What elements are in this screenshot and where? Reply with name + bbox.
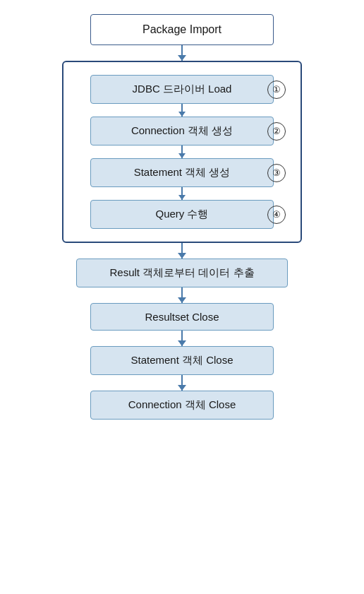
- arrow-7: [181, 375, 183, 391]
- step8-label: Connection 객체 Close: [128, 398, 236, 410]
- step6-box: Resultset Close: [90, 303, 274, 331]
- step4-num: ④: [267, 206, 286, 224]
- step1-box: JDBC 드라이버 Load: [90, 75, 274, 104]
- step1-num: ①: [267, 81, 286, 99]
- step7-box: Statement 객체 Close: [90, 346, 274, 375]
- step5-box: Result 객체로부터 데이터 추출: [76, 259, 288, 287]
- step2-num: ②: [267, 122, 286, 141]
- package-import-box: Package Import: [90, 14, 274, 45]
- step4-box: Query 수행: [90, 200, 274, 229]
- step3-num: ③: [267, 164, 286, 182]
- step-row-1: JDBC 드라이버 Load ①: [78, 75, 286, 104]
- inner-arrow-3: [181, 187, 183, 200]
- step3-box: Statement 객체 생성: [90, 158, 274, 187]
- arrow-5: [181, 287, 183, 303]
- grouped-section: JDBC 드라이버 Load ① Connection 객체 생성 ② Stat…: [62, 61, 302, 243]
- step1-circle: ①: [267, 81, 286, 99]
- step2-label: Connection 객체 생성: [131, 124, 233, 136]
- step-row-2: Connection 객체 생성 ②: [78, 117, 286, 145]
- step3-label: Statement 객체 생성: [134, 166, 231, 178]
- step8-box: Connection 객체 Close: [90, 391, 274, 420]
- arrow-6: [181, 331, 183, 346]
- step4-label: Query 수행: [155, 208, 208, 220]
- step4-circle: ④: [267, 206, 286, 224]
- diagram: Package Import JDBC 드라이버 Load ① Connecti…: [34, 14, 330, 420]
- step2-box: Connection 객체 생성: [90, 117, 274, 145]
- step6-label: Resultset Close: [145, 311, 219, 323]
- arrow-4: [181, 243, 183, 259]
- step2-circle: ②: [267, 122, 286, 141]
- package-import-label: Package Import: [142, 23, 222, 35]
- step1-label: JDBC 드라이버 Load: [133, 83, 232, 95]
- step3-circle: ③: [267, 164, 286, 182]
- step7-label: Statement 객체 Close: [131, 354, 233, 366]
- inner-arrow-1: [181, 104, 183, 117]
- step-row-4: Query 수행 ④: [78, 200, 286, 229]
- step5-label: Result 객체로부터 데이터 추출: [109, 266, 254, 278]
- step-row-3: Statement 객체 생성 ③: [78, 158, 286, 187]
- inner-arrow-2: [181, 145, 183, 158]
- arrow-0: [181, 45, 183, 61]
